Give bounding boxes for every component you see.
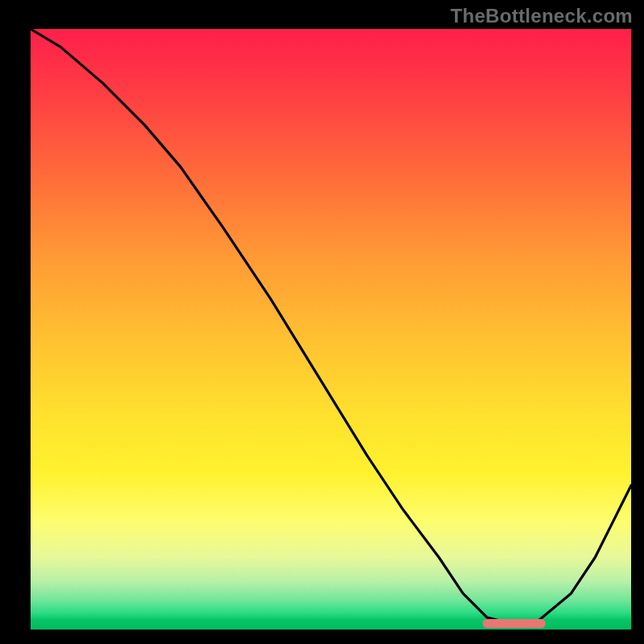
- plot-area: [31, 29, 631, 630]
- watermark-label: TheBottleneck.com: [451, 5, 633, 27]
- chart-svg: [31, 29, 631, 630]
- chart-stage: TheBottleneck.com: [0, 0, 644, 644]
- bottleneck-curve: [31, 29, 631, 624]
